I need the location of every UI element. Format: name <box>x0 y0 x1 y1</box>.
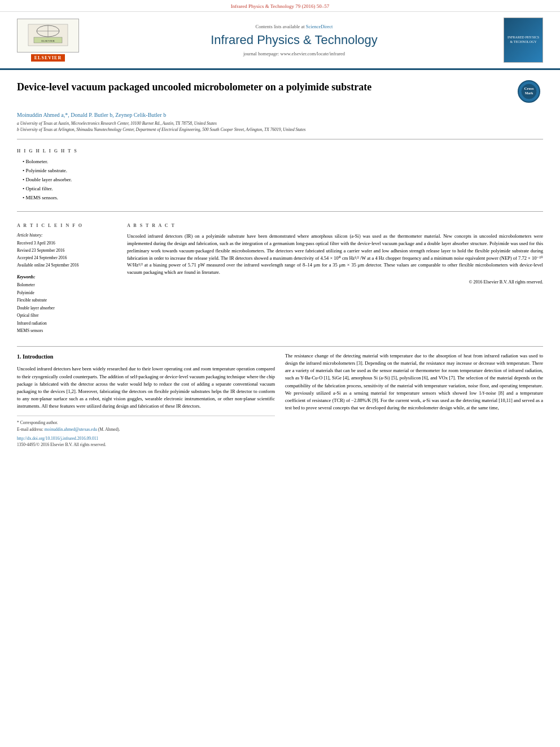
intro-col1-p1: Uncooled infrared detectors have been wi… <box>17 365 275 410</box>
highlight-item: Bolometer. <box>23 157 543 166</box>
highlights-section: H I G H L I G H T S Bolometer. Polyimide… <box>17 145 543 206</box>
highlight-item: Double layer absorber. <box>23 175 543 184</box>
journal-citation: Infrared Physics & Technology 79 (2016) … <box>231 3 330 9</box>
article-title-section: Device-level vacuum packaged uncooled mi… <box>17 70 543 107</box>
keywords-list: Bolometer Polyimide Flexible substrate D… <box>17 281 116 335</box>
journal-homepage: journal homepage: www.elsevier.com/locat… <box>93 51 495 56</box>
abstract-text: Uncooled infrared detectors (IR) on a po… <box>127 233 543 276</box>
elsevier-logo: ELSEVIER ELSEVIER <box>11 19 85 62</box>
journal-title: Infrared Physics & Technology <box>93 33 495 47</box>
authors: Moinuddin Ahmed a,*, Donald P. Butler b,… <box>17 112 543 118</box>
divider-1 <box>17 139 543 139</box>
keyword: Bolometer <box>17 281 116 289</box>
keyword: Polyimide <box>17 289 116 297</box>
journal-cover: INFRARED PHYSICS & TECHNOLOGY <box>504 18 543 63</box>
keyword: Flexible substrate <box>17 296 116 304</box>
highlight-item: MEMS sensors. <box>23 193 543 202</box>
keyword: Optical filter <box>17 312 116 320</box>
keyword: MEMS sensors <box>17 327 116 335</box>
body-col-left: 1. Introduction Uncooled infrared detect… <box>17 352 275 448</box>
abstract-section: A B S T R A C T Uncooled infrared detect… <box>127 223 543 335</box>
top-bar: Infrared Physics & Technology 79 (2016) … <box>0 0 560 12</box>
main-content: Device-level vacuum packaged uncooled mi… <box>0 70 560 448</box>
divider-3 <box>17 346 543 347</box>
article-info-label: A R T I C L E I N F O <box>17 223 116 228</box>
journal-header-center: Contents lists available at ScienceDirec… <box>85 24 504 56</box>
affiliation-b: b University of Texas at Arlington, Shim… <box>17 126 543 133</box>
keyword: Double layer absorber <box>17 304 116 312</box>
footnote-email[interactable]: moinuddin.ahmed@utexas.edu <box>45 427 97 432</box>
highlight-item: Polyimide substrate. <box>23 166 543 175</box>
abstract-label: A B S T R A C T <box>127 223 543 228</box>
divider-2 <box>17 211 543 212</box>
affiliation-a: a University of Texas at Austin, Microel… <box>17 120 543 126</box>
intro-heading: 1. Introduction <box>17 352 275 361</box>
article-title: Device-level vacuum packaged uncooled mi… <box>17 80 509 94</box>
footnote-corresponding: * Corresponding author. <box>17 420 275 426</box>
elsevier-text: ELSEVIER <box>31 54 65 62</box>
footer-doi[interactable]: http://dx.doi.org/10.1016/j.infrared.201… <box>17 435 275 448</box>
keyword: Infrared radiation <box>17 320 116 327</box>
copyright: © 2016 Elsevier B.V. All rights reserved… <box>127 279 543 285</box>
highlights-list: Bolometer. Polyimide substrate. Double l… <box>17 157 543 203</box>
journal-header: ELSEVIER ELSEVIER Contents lists availab… <box>0 12 560 70</box>
keywords-label: Keywords: <box>17 274 116 279</box>
body-section: 1. Introduction Uncooled infrared detect… <box>17 352 543 448</box>
history-label: Article history: <box>17 233 116 238</box>
crossmark-badge[interactable]: Cross Mark <box>518 80 540 103</box>
keywords-section: Keywords: Bolometer Polyimide Flexible s… <box>17 274 116 335</box>
svg-text:Mark: Mark <box>525 91 533 95</box>
journal-header-left: ELSEVIER ELSEVIER <box>11 19 85 62</box>
article-info: A R T I C L E I N F O Article history: R… <box>17 223 116 335</box>
crossmark: Cross Mark <box>518 80 543 103</box>
footnote-email-row: E-mail address: moinuddin.ahmed@utexas.e… <box>17 426 275 433</box>
svg-text:Cross: Cross <box>524 86 534 91</box>
logo-box: ELSEVIER <box>17 19 79 53</box>
highlights-label: H I G H L I G H T S <box>17 148 543 154</box>
dates: Received 3 April 2016 Revised 23 Septemb… <box>17 240 116 269</box>
highlight-item: Optical filter. <box>23 184 543 193</box>
science-direct-anchor[interactable]: ScienceDirect <box>306 24 333 29</box>
intro-col2-p1: The resistance change of the detecting m… <box>285 352 543 412</box>
body-col-right: The resistance change of the detecting m… <box>285 352 543 448</box>
journal-header-right: INFRARED PHYSICS & TECHNOLOGY <box>504 18 549 63</box>
affiliations: a University of Texas at Austin, Microel… <box>17 120 543 133</box>
article-info-abstract: A R T I C L E I N F O Article history: R… <box>17 217 543 340</box>
science-direct-link: Contents lists available at ScienceDirec… <box>93 24 495 29</box>
svg-text:ELSEVIER: ELSEVIER <box>41 40 55 42</box>
footnote-section: * Corresponding author. E-mail address: … <box>17 416 275 448</box>
